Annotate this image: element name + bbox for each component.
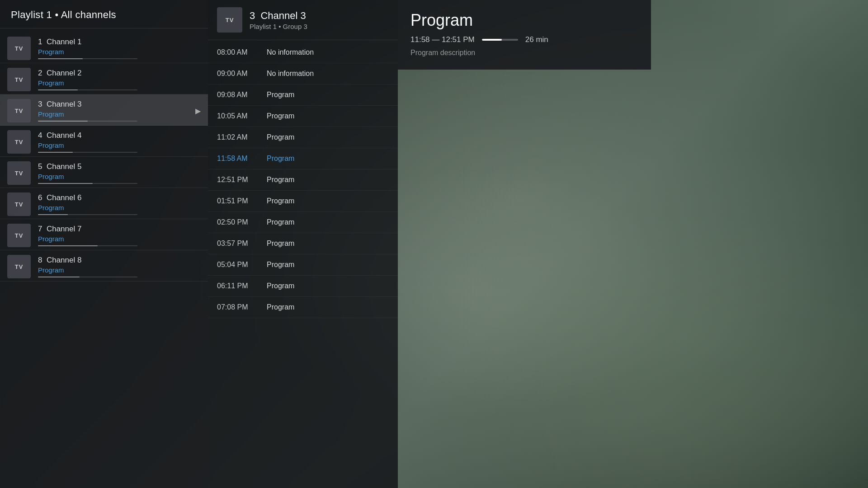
epg-program-title: Program [267,218,294,226]
info-panel: Program 11:58 — 12:51 PM 26 min Program … [398,0,651,70]
channel-item[interactable]: TV 6 Channel 6 Program [0,188,208,219]
epg-program-title: Program [267,197,294,205]
sidebar-header: Playlist 1 • All channels [0,0,208,28]
channel-program: Program [38,141,201,149]
channel-progress-bar [38,214,137,215]
epg-item[interactable]: 09:00 AM No information [208,63,398,84]
channel-list: TV 1 Channel 1 Program TV 2 Channel 2 Pr… [0,28,208,488]
info-time-row: 11:58 — 12:51 PM 26 min [410,35,638,44]
epg-item[interactable]: 11:02 AM Program [208,127,398,148]
channel-progress-fill [38,152,73,153]
epg-time: 08:00 AM [217,48,258,56]
epg-time: 01:51 PM [217,197,258,205]
epg-item[interactable]: 12:51 PM Program [208,169,398,191]
channel-progress-bar [38,277,137,277]
epg-time: 11:58 AM [217,155,258,163]
channel-icon: TV [7,161,31,185]
channel-name: 3 Channel 3 [38,100,192,109]
channel-name: 1 Channel 1 [38,38,201,47]
channel-progress-fill [38,183,93,184]
channel-progress-bar [38,121,137,122]
channel-progress-fill [38,58,83,59]
channel-progress-bar [38,58,137,59]
epg-item[interactable]: 07:08 PM Program [208,297,398,318]
info-description: Program description [410,49,638,57]
epg-time: 02:50 PM [217,218,258,226]
channel-progress-fill [38,245,98,246]
epg-time: 09:00 AM [217,70,258,78]
epg-item[interactable]: 02:50 PM Program [208,212,398,233]
epg-time: 03:57 PM [217,239,258,248]
epg-item[interactable]: 08:00 AM No information [208,42,398,63]
epg-program-title: Program [267,133,294,141]
epg-channel-info: 3 Channel 3 Playlist 1 • Group 3 [250,10,307,30]
epg-program-title: Program [267,91,294,99]
channel-info: 2 Channel 2 Program [38,69,201,90]
epg-time: 09:08 AM [217,91,258,99]
epg-item[interactable]: 01:51 PM Program [208,191,398,212]
channel-progress-bar [38,89,137,90]
channel-item[interactable]: TV 8 Channel 8 Program [0,250,208,282]
channel-icon: TV [7,130,31,154]
epg-time: 12:51 PM [217,176,258,184]
channel-info: 1 Channel 1 Program [38,38,201,59]
channel-info: 3 Channel 3 Program [38,100,192,122]
channel-name: 5 Channel 5 [38,162,201,171]
epg-program-title: Program [267,239,294,248]
info-progress-fill [482,39,502,41]
channel-info: 8 Channel 8 Program [38,256,201,277]
epg-channel-name: 3 Channel 3 [250,10,307,22]
epg-item[interactable]: 10:05 AM Program [208,106,398,127]
channel-name: 7 Channel 7 [38,225,201,234]
epg-item[interactable]: 03:57 PM Program [208,233,398,254]
epg-item[interactable]: 09:08 AM Program [208,84,398,106]
channel-progress-fill [38,121,88,122]
channel-name: 6 Channel 6 [38,193,201,202]
channel-program: Program [38,79,201,87]
channel-item[interactable]: TV 7 Channel 7 Program [0,219,208,250]
channel-item[interactable]: TV 4 Channel 4 Program [0,126,208,157]
epg-program-title: No information [267,48,314,56]
channel-program: Program [38,173,201,180]
info-duration: 26 min [525,35,548,44]
epg-time: 07:08 PM [217,303,258,311]
channel-name: 4 Channel 4 [38,131,201,140]
channel-program: Program [38,48,201,56]
info-time-range: 11:58 — 12:51 PM [410,35,475,44]
epg-item[interactable]: 11:58 AM Program [208,148,398,169]
channel-item[interactable]: TV 5 Channel 5 Program [0,157,208,188]
channel-info: 7 Channel 7 Program [38,225,201,246]
channel-icon: TV [7,37,31,60]
epg-header: TV 3 Channel 3 Playlist 1 • Group 3 [208,0,398,40]
sidebar-title: Playlist 1 • All channels [11,9,116,20]
channel-progress-fill [38,89,78,90]
channel-item[interactable]: TV 1 Channel 1 Program [0,32,208,63]
channel-item[interactable]: TV 2 Channel 2 Program [0,63,208,94]
epg-item[interactable]: 05:04 PM Program [208,254,398,276]
epg-program-title: Program [267,176,294,184]
channel-program: Program [38,235,201,243]
epg-program-title: No information [267,70,314,78]
channel-info: 6 Channel 6 Program [38,193,201,215]
epg-channel-icon: TV [217,7,242,33]
epg-icon-text: TV [226,17,234,23]
channel-icon: TV [7,255,31,278]
channel-item[interactable]: TV 3 Channel 3 Program ▶ [0,94,208,126]
epg-time: 11:02 AM [217,133,258,141]
info-progress-bar [482,39,518,41]
channel-name: 8 Channel 8 [38,256,201,265]
epg-channel-sub: Playlist 1 • Group 3 [250,23,307,30]
channel-info: 4 Channel 4 Program [38,131,201,153]
epg-panel: TV 3 Channel 3 Playlist 1 • Group 3 08:0… [208,0,398,488]
epg-item[interactable]: 06:11 PM Program [208,276,398,297]
channel-program: Program [38,110,192,118]
channel-program: Program [38,204,201,211]
channel-progress-fill [38,277,80,277]
epg-program-title: Program [267,282,294,290]
channel-progress-bar [38,183,137,184]
epg-time: 06:11 PM [217,282,258,290]
info-program-title: Program [410,11,638,30]
channel-progress-fill [38,214,68,215]
channel-progress-bar [38,245,137,246]
channel-info: 5 Channel 5 Program [38,162,201,184]
